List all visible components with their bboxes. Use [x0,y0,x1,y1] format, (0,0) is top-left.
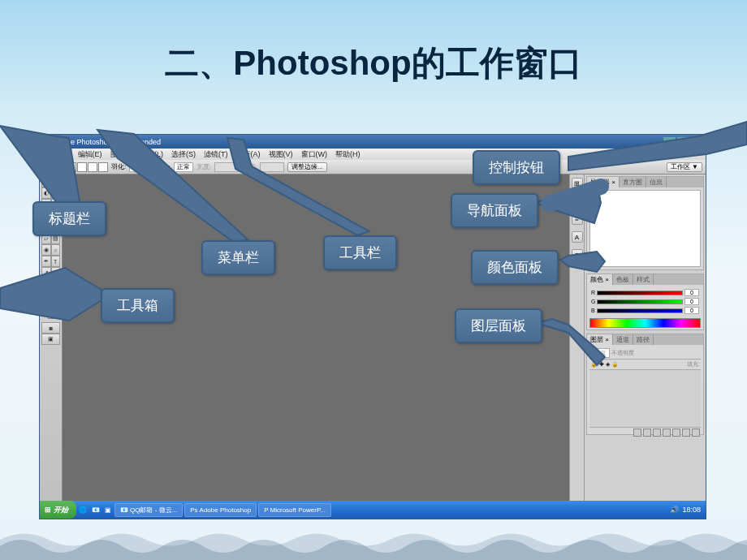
lock-icons[interactable]: 🔒 ✚ ◈ 🔒 [590,361,619,368]
group-icon[interactable] [672,429,680,437]
menu-file[interactable]: 文件(F) [41,149,74,160]
quickmask-toggle[interactable]: ◙ [41,322,60,334]
r-slider[interactable] [597,291,683,295]
info-tab[interactable]: 信息 [646,177,667,187]
fx-icon[interactable] [643,429,651,437]
blend-mode-select[interactable]: 正常 [590,348,610,358]
mask-icon[interactable] [653,429,661,437]
strip-icon[interactable]: ⊞ [572,178,583,189]
selection-mode-icons[interactable] [67,162,108,172]
panels-dock: 导航器 × 直方图 信息 颜色 × 色板 样式 R0 G0 B0 [584,174,706,501]
titlebar[interactable]: Adobe Photoshop CS3 Extended _ □ × [40,135,706,149]
quick-launch-icon[interactable]: 📧 [90,503,101,517]
menu-help[interactable]: 帮助(H) [331,149,365,160]
adjustment-icon[interactable] [663,429,671,437]
g-value[interactable]: 0 [684,298,699,305]
histogram-tab[interactable]: 直方图 [620,177,646,187]
layers-panel: 图层 × 通道 路径 正常 不透明度 🔒 ✚ ◈ 🔒 填充: [586,334,704,435]
new-layer-icon[interactable] [682,429,690,437]
app-icon [42,137,51,146]
system-tray[interactable]: 🔊 18:08 [665,506,706,514]
clock: 18:08 [682,506,701,514]
r-value[interactable]: 0 [684,289,699,296]
callout-titlebar: 标题栏 [32,201,106,236]
color-swatches[interactable] [41,303,61,319]
swatches-tab[interactable]: 色板 [613,274,633,285]
tool-preset[interactable] [43,162,59,172]
dodge-tool[interactable]: ○ [51,244,61,256]
channels-tab[interactable]: 通道 [613,334,633,345]
callout-navigator: 导航面板 [451,193,538,228]
styles-tab[interactable]: 样式 [633,274,654,285]
zoom-tool[interactable]: 🔍 [51,290,61,301]
taskbar-app[interactable]: PsAdobe Photoshop [184,503,257,517]
notes-tool[interactable]: ✎ [41,278,51,290]
fill-label: 填充: [687,360,700,368]
menu-layer[interactable]: 图层(L) [136,149,167,160]
callout-layers: 图层面板 [455,308,542,343]
menu-select[interactable]: 选择(S) [167,149,200,160]
trash-icon[interactable] [692,429,700,437]
windows-taskbar: ⊞ 开始 🌐 📧 ▣ 📧QQ邮箱 - 微云... PsAdobe Photosh… [40,501,706,519]
windows-icon: ⊞ [45,506,51,514]
wand-tool[interactable]: ✦ [51,187,61,199]
hand-tool[interactable]: ✋ [41,290,51,301]
foreground-color[interactable] [41,303,51,312]
type-tool[interactable]: T [51,256,61,267]
layers-list[interactable] [589,370,701,427]
menu-window[interactable]: 窗口(W) [297,149,332,160]
style-select[interactable]: 正常 [174,162,193,172]
quick-launch-icon[interactable]: 🌐 [77,503,89,517]
menu-edit[interactable]: 编辑(E) [74,149,106,160]
menu-view[interactable]: 视图(V) [265,149,297,160]
navigator-tab[interactable]: 导航器 × [587,177,620,187]
workspace-menu[interactable]: 工作区 ▼ [667,162,702,172]
tray-icon[interactable]: 🔊 [670,506,679,514]
opacity-label: 不透明度 [611,349,634,357]
color-tab[interactable]: 颜色 × [587,274,613,285]
options-bar: 羽化: 0 px 样式: 正常 宽度: 高度: 调整边缘... 工作区 ▼ [40,160,706,174]
shape-tool[interactable]: ▢ [51,267,61,278]
slide-title: 二、Photoshop的工作窗口 [0,0,747,102]
navigator-preview[interactable] [589,190,701,267]
callout-toolbar: 工具栏 [323,235,397,270]
minimize-button[interactable]: _ [663,137,676,147]
spectrum-picker[interactable] [589,318,701,328]
window-title: Adobe Photoshop CS3 Extended [54,138,663,146]
move-tool[interactable]: ↖ [41,176,51,187]
taskbar-app[interactable]: 📧QQ邮箱 - 微云... [114,503,183,517]
quick-launch-icon[interactable]: ▣ [103,503,113,517]
maximize-button[interactable]: □ [677,137,689,147]
width-label: 宽度: [196,162,211,171]
blur-tool[interactable]: ◉ [41,244,51,256]
b-value[interactable]: 0 [684,307,699,314]
layers-tab[interactable]: 图层 × [587,334,613,345]
close-button[interactable]: × [691,137,703,147]
g-slider[interactable] [597,299,683,304]
strip-icon[interactable]: ≡ [572,213,583,225]
width-input [214,162,239,172]
pen-tool[interactable]: ✒ [41,256,51,267]
callout-toolbox: 工具箱 [101,288,175,323]
menu-filter[interactable]: 滤镜(T) [200,149,232,160]
feather-input[interactable]: 0 px [129,162,148,172]
lasso-tool[interactable]: ◐ [41,187,51,199]
b-slider[interactable] [597,308,683,313]
marquee-tool[interactable]: ▭ [51,176,61,187]
refine-edge-button[interactable]: 调整边缘... [287,162,327,172]
strip-icon[interactable]: A [572,231,583,243]
taskbar-app[interactable]: PMicrosoft PowerP... [258,503,331,517]
paths-tab[interactable]: 路径 [633,334,654,345]
eyedropper-tool[interactable]: ✐ [51,278,61,290]
link-layer-icon[interactable] [633,429,641,437]
path-tool[interactable]: ↗ [41,267,51,278]
strip-icon[interactable]: ✕ [572,196,583,207]
g-label: G [591,299,595,304]
menu-analysis[interactable]: 分析(A) [232,149,265,160]
r-label: R [591,290,595,295]
screenmode-toggle[interactable]: ▣ [41,334,60,345]
style-label: 样式: [155,162,170,171]
start-button[interactable]: ⊞ 开始 [40,501,76,519]
strip-icon[interactable]: ¶ [572,249,583,261]
menu-image[interactable]: 图像(I) [106,149,136,160]
